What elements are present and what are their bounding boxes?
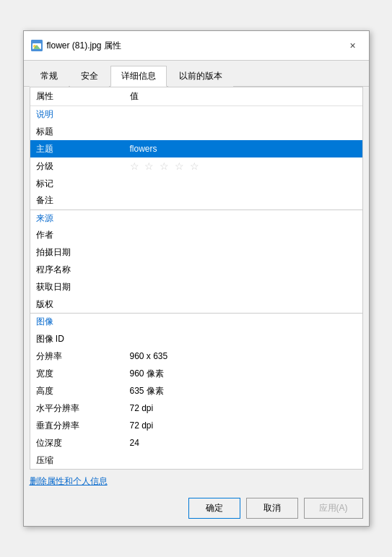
table-row[interactable]: 垂直分辨率 72 dpi xyxy=(30,417,362,434)
prop-label: 程序名称 xyxy=(30,262,124,279)
table-header: 属性 值 xyxy=(30,87,362,106)
table-row[interactable]: 分辨率 960 x 635 xyxy=(30,347,362,365)
prop-value[interactable] xyxy=(124,296,362,314)
prop-label: 分辨率 xyxy=(30,347,124,365)
prop-value[interactable] xyxy=(124,279,362,296)
prop-value[interactable] xyxy=(124,123,362,140)
table-row-rating[interactable]: 分级 ☆ ☆ ☆ ☆ ☆ xyxy=(30,157,362,175)
table-row[interactable]: 程序名称 xyxy=(30,262,362,279)
table-row[interactable]: 宽度 960 像素 xyxy=(30,365,362,382)
table-row[interactable]: 高度 635 像素 xyxy=(30,382,362,400)
table-row-subject[interactable]: 主题 flowers xyxy=(30,140,362,157)
prop-label: 宽度 xyxy=(30,365,124,382)
prop-label: 垂直分辨率 xyxy=(30,417,124,434)
prop-label: 高度 xyxy=(30,382,124,400)
header-value: 值 xyxy=(124,87,362,106)
section-source: 来源 xyxy=(30,210,362,227)
ok-button[interactable]: 确定 xyxy=(188,498,240,519)
prop-value[interactable] xyxy=(124,175,362,192)
table-row[interactable]: 标题 xyxy=(30,123,362,140)
details-content: 属性 值 说明 标题 主题 flowers xyxy=(30,87,363,470)
table-row[interactable]: 图像 ID xyxy=(30,330,362,347)
table-row[interactable]: 压缩 xyxy=(30,452,362,469)
prop-value-subject[interactable]: flowers xyxy=(124,140,362,157)
prop-value[interactable] xyxy=(124,452,362,469)
prop-label: 水平分辨率 xyxy=(30,400,124,417)
prop-label: 版权 xyxy=(30,296,124,314)
apply-button[interactable]: 应用(A) xyxy=(304,498,363,519)
section-image: 图像 xyxy=(30,314,362,331)
prop-label: 备注 xyxy=(30,192,124,210)
star-rating[interactable]: ☆ ☆ ☆ ☆ ☆ xyxy=(130,160,201,172)
prop-value: 960 x 635 xyxy=(124,347,362,365)
prop-value[interactable] xyxy=(124,330,362,347)
prop-value: 24 xyxy=(124,434,362,452)
properties-dialog: flower (81).jpg 属性 × 常规 安全 详细信息 以前的版本 属性… xyxy=(23,30,370,527)
table-row[interactable]: 备注 xyxy=(30,192,362,210)
prop-value[interactable] xyxy=(124,192,362,210)
table-row[interactable]: 获取日期 xyxy=(30,279,362,296)
prop-label: 标题 xyxy=(30,123,124,140)
prop-value[interactable] xyxy=(124,244,362,262)
delete-properties-link[interactable]: 删除属性和个人信息 xyxy=(30,476,108,486)
properties-table: 属性 值 说明 标题 主题 flowers xyxy=(30,87,362,469)
close-button[interactable]: × xyxy=(344,37,362,54)
prop-value-rating[interactable]: ☆ ☆ ☆ ☆ ☆ xyxy=(124,157,362,175)
footer-buttons: 确定 取消 应用(A) xyxy=(24,493,369,526)
properties-table-area[interactable]: 属性 值 说明 标题 主题 flowers xyxy=(30,87,362,469)
table-row[interactable]: 作者 xyxy=(30,227,362,244)
table-row[interactable]: 标记 xyxy=(30,175,362,192)
prop-label: 压缩 xyxy=(30,452,124,469)
prop-label: 主题 xyxy=(30,140,124,157)
section-description: 说明 xyxy=(30,106,362,124)
prop-value: 960 像素 xyxy=(124,365,362,382)
tab-general[interactable]: 常规 xyxy=(30,66,69,87)
footer-link-area: 删除属性和个人信息 xyxy=(24,470,369,493)
prop-label: 分级 xyxy=(30,157,124,175)
prop-label: 作者 xyxy=(30,227,124,244)
prop-value[interactable] xyxy=(124,262,362,279)
prop-value: 72 dpi xyxy=(124,400,362,417)
title-bar: flower (81).jpg 属性 × xyxy=(24,31,369,61)
table-row[interactable]: 位深度 24 xyxy=(30,434,362,452)
prop-label: 图像 ID xyxy=(30,330,124,347)
tab-bar: 常规 安全 详细信息 以前的版本 xyxy=(24,61,369,87)
table-row[interactable]: 拍摄日期 xyxy=(30,244,362,262)
table-row[interactable]: 版权 xyxy=(30,296,362,314)
dialog-title: flower (81).jpg 属性 xyxy=(47,40,344,52)
prop-value: 72 dpi xyxy=(124,417,362,434)
prop-value: 635 像素 xyxy=(124,382,362,400)
table-row[interactable]: 水平分辨率 72 dpi xyxy=(30,400,362,417)
tab-details[interactable]: 详细信息 xyxy=(110,66,167,87)
tab-security[interactable]: 安全 xyxy=(70,66,109,87)
prop-label: 获取日期 xyxy=(30,279,124,296)
file-icon xyxy=(31,40,43,51)
header-property: 属性 xyxy=(30,87,124,106)
cancel-button[interactable]: 取消 xyxy=(246,498,298,519)
prop-value[interactable] xyxy=(124,227,362,244)
prop-label: 位深度 xyxy=(30,434,124,452)
tab-previous-versions[interactable]: 以前的版本 xyxy=(168,66,233,87)
prop-label: 拍摄日期 xyxy=(30,244,124,262)
prop-label: 标记 xyxy=(30,175,124,192)
